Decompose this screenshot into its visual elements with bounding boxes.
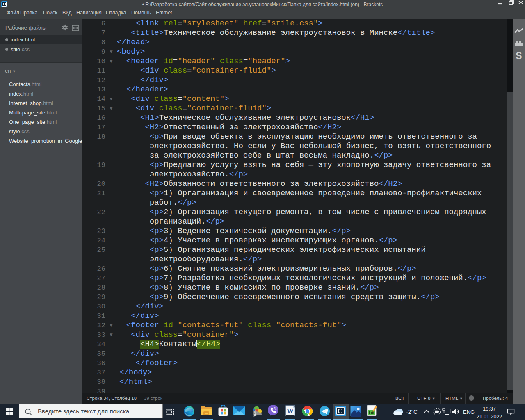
svg-text:S: S <box>516 52 522 60</box>
svg-text:W: W <box>287 407 294 415</box>
